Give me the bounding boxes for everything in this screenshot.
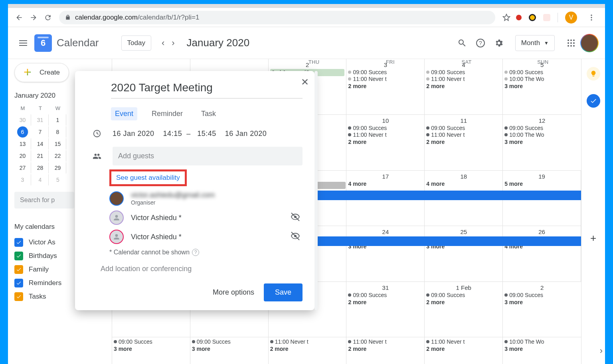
extension-icon[interactable] (543, 14, 550, 21)
next-period-icon[interactable]: › (172, 38, 174, 48)
mini-day[interactable]: 20 (14, 150, 31, 161)
event-item[interactable]: 10:00 The Wo (504, 76, 579, 82)
event-item[interactable]: 11:00 Never t (426, 132, 501, 138)
visibility-off-icon[interactable] (291, 212, 300, 223)
mini-day[interactable]: 6 (17, 126, 28, 138)
reload-icon[interactable] (41, 10, 55, 25)
tab-reminder[interactable]: Reminder (148, 107, 187, 120)
create-button[interactable]: Create (14, 63, 69, 82)
event-item[interactable]: 11:00 Never t (270, 338, 345, 345)
event-item[interactable]: 09:00 Succes (348, 292, 423, 298)
help-icon[interactable]: ? (471, 34, 490, 52)
keep-icon[interactable] (587, 67, 600, 81)
day-cell[interactable]: 1109:00 Succes11:00 Never t2 more (425, 115, 503, 170)
event-item[interactable]: 09:00 Succes (426, 69, 501, 75)
forward-icon[interactable] (26, 10, 41, 25)
day-cell[interactable]: 409:00 Succes11:00 Never t2 more (425, 59, 503, 114)
mini-day[interactable]: 27 (14, 162, 31, 173)
mini-day[interactable]: 1 (49, 114, 66, 126)
event-item[interactable]: 09:00 Succes (426, 292, 501, 298)
event-item[interactable]: 11:00 Never t (426, 338, 501, 345)
day-cell[interactable]: 209:00 Succes3 more (503, 282, 581, 337)
day-cell[interactable]: 309:00 Succes11:00 Never t2 more (346, 59, 425, 114)
mini-day[interactable]: 3 (14, 174, 31, 185)
more-events-link[interactable]: 2 more (348, 346, 423, 352)
event-item[interactable]: 09:00 Succes (504, 292, 579, 298)
event-item[interactable]: 09:00 Succes (504, 69, 579, 75)
day-cell[interactable]: 1 Feb09:00 Succes2 more (425, 282, 503, 337)
more-events-link[interactable]: 2 more (348, 139, 423, 145)
event-item[interactable]: 09:00 Succes (192, 338, 267, 345)
mini-day[interactable]: 8 (49, 126, 66, 138)
more-events-link[interactable]: 2 more (270, 346, 345, 352)
event-item[interactable]: 09:00 Succes (426, 125, 501, 131)
see-guest-availability-link[interactable]: See guest availability (116, 174, 180, 181)
more-events-link[interactable]: 4 more (426, 181, 501, 187)
event-item[interactable]: 11:00 Never t (348, 76, 423, 82)
mini-day[interactable]: 4 (32, 174, 49, 185)
day-cell[interactable]: 11:00 Never t2 more (269, 337, 347, 364)
mini-day[interactable]: 7 (32, 126, 49, 138)
tab-event[interactable]: Event (111, 107, 137, 120)
search-icon[interactable] (453, 34, 471, 52)
mini-day[interactable]: 15 (49, 138, 66, 150)
mini-day[interactable]: 30 (14, 114, 31, 126)
view-selector[interactable]: Month▼ (515, 35, 555, 51)
more-events-link[interactable]: 3 more (114, 346, 188, 352)
apps-grid-icon[interactable] (562, 34, 580, 52)
event-item[interactable]: 11:00 Never t (348, 132, 423, 138)
event-title[interactable]: 2020 Target Meeting (111, 80, 303, 98)
more-events-link[interactable]: 3 more (504, 83, 579, 89)
event-item[interactable]: 10:00 The Wo (504, 132, 579, 138)
add-guests-input[interactable]: Add guests (113, 147, 303, 165)
mini-day[interactable]: 21 (32, 150, 49, 161)
kebab-menu-icon[interactable] (584, 10, 599, 25)
card-scrollbar[interactable] (314, 71, 318, 310)
help-icon[interactable]: ? (192, 249, 199, 256)
event-item[interactable]: 09:00 Succes (504, 125, 579, 131)
mini-day[interactable]: 29 (49, 162, 66, 173)
more-events-link[interactable]: 3 more (192, 346, 267, 352)
more-events-link[interactable]: 2 more (426, 346, 501, 352)
event-item[interactable]: 09:00 Succes (348, 125, 423, 131)
more-events-link[interactable]: 2 more (426, 139, 501, 145)
next-page-icon[interactable]: › (600, 346, 603, 356)
save-button[interactable]: Save (264, 283, 303, 301)
back-icon[interactable] (12, 10, 26, 25)
event-item[interactable]: 11:00 Never t (426, 76, 501, 82)
more-events-link[interactable]: 5 more (504, 181, 579, 187)
day-cell[interactable]: 3109:00 Succes2 more (346, 282, 425, 337)
more-events-link[interactable]: 4 more (348, 181, 423, 187)
more-events-link[interactable]: 2 more (426, 83, 501, 89)
day-cell[interactable]: 2409:00 Succes3 more (346, 226, 425, 281)
more-events-link[interactable]: 3 more (504, 139, 579, 145)
day-cell[interactable]: 1209:00 Succes10:00 The Wo3 more (503, 115, 581, 170)
browser-profile-avatar[interactable]: V (565, 12, 577, 24)
extension-icon[interactable] (529, 14, 536, 21)
mini-day[interactable]: 5 (49, 174, 66, 185)
event-item[interactable]: 10:00 The Wo (504, 338, 579, 345)
mini-day[interactable]: 31 (32, 114, 49, 126)
day-cell[interactable]: 11:00 Never t2 more (425, 337, 503, 364)
close-icon[interactable]: ✕ (301, 77, 309, 88)
location-input[interactable]: Add location or conferencing (101, 265, 192, 273)
prev-period-icon[interactable]: ‹ (162, 38, 164, 48)
tab-task[interactable]: Task (197, 107, 220, 120)
more-events-link[interactable]: 2 more (426, 299, 501, 305)
today-button[interactable]: Today (121, 35, 151, 51)
account-avatar[interactable] (580, 34, 599, 52)
star-icon[interactable] (499, 10, 514, 25)
mini-day[interactable]: 14 (32, 138, 49, 150)
more-events-link[interactable]: 2 more (348, 299, 423, 305)
event-time[interactable]: 16 Jan 2020 14:15 – 15:45 16 Jan 2020 (113, 130, 267, 138)
main-menu-icon[interactable] (14, 34, 32, 52)
add-addon-icon[interactable]: + (590, 232, 596, 244)
event-item[interactable]: 11:00 Never t (348, 338, 423, 345)
day-cell[interactable]: 09:00 Succes3 more (190, 337, 269, 364)
day-cell[interactable]: 10:00 The Wo3 more (503, 337, 581, 364)
mini-day[interactable]: 22 (49, 150, 66, 161)
more-options-button[interactable]: More options (213, 288, 254, 297)
day-cell[interactable]: 509:00 Succes10:00 The Wo3 more (503, 59, 581, 114)
mini-day[interactable]: 28 (32, 162, 49, 173)
day-cell[interactable]: 2609:00 Succes4 more (503, 226, 581, 281)
